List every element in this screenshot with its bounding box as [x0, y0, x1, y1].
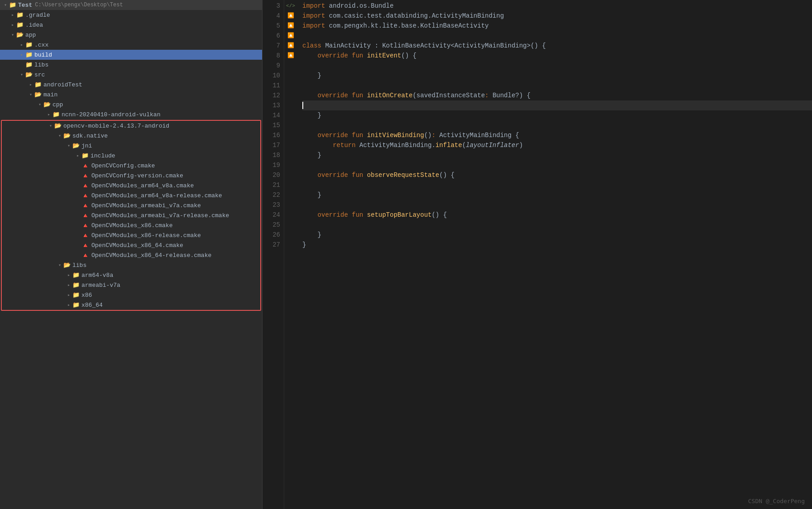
tree-item-cmake1[interactable]: 🔺 OpenCVConfig.cmake [2, 161, 260, 171]
code-line-4: import com.casic.test.databinding.Activi… [302, 11, 812, 21]
root-folder-icon: 📁 [9, 1, 16, 9]
armeabi-icon: 📁 [72, 281, 80, 289]
tree-item-app[interactable]: 📂 app [0, 30, 262, 40]
code-line-9 [302, 61, 812, 71]
include-arrow [74, 153, 81, 158]
tree-item-x86-64[interactable]: 📁 x86_64 [2, 300, 260, 310]
tree-item-libs2[interactable]: 📂 libs [2, 260, 260, 270]
libs2-icon: 📂 [63, 262, 71, 269]
opencv-icon: 📂 [54, 122, 62, 129]
tree-item-include[interactable]: 📁 include [2, 151, 260, 161]
tree-item-androidtest[interactable]: 📁 androidTest [0, 80, 262, 90]
cmake3-icon: 🔺 [81, 182, 89, 190]
tree-item-cmake7[interactable]: 🔺 OpenCVModules_x86.cmake [2, 220, 260, 230]
app-label: app [25, 32, 36, 38]
code-line-19 [302, 160, 812, 170]
tree-item-sdk-native[interactable]: 📂 sdk.native [2, 131, 260, 141]
code-area[interactable]: 3 4 5 6 7 8 9 10 11 12 13 14 15 16 17 18… [263, 0, 812, 509]
armeabi-arrow [65, 282, 72, 288]
androidtest-label: androidTest [43, 81, 82, 88]
cmake1-icon: 🔺 [81, 162, 89, 170]
tree-item-armeabi[interactable]: 📁 armeabi-v7a [2, 280, 260, 290]
tree-item-opencv[interactable]: 📂 opencv-mobile-2.4.13.7-android [2, 121, 260, 131]
code-line-18: } [302, 150, 812, 160]
build-arrow [18, 52, 25, 57]
x86-icon: 📁 [72, 291, 80, 299]
libs-top-icon: 📁 [25, 61, 33, 68]
code-line-23 [302, 200, 812, 210]
tree-item-cmake10[interactable]: 🔺 OpenCVModules_x86_64-release.cmake [2, 250, 260, 260]
main-label: main [43, 91, 57, 98]
code-content[interactable]: import android.os.Bundle import com.casi… [297, 0, 812, 509]
tree-item-cmake3[interactable]: 🔺 OpenCVModules_arm64_v8a.cmake [2, 181, 260, 190]
line-numbers: 3 4 5 6 7 8 9 10 11 12 13 14 15 16 17 18… [263, 0, 284, 509]
main-icon: 📂 [34, 91, 42, 98]
file-tree-panel[interactable]: 📁 Test C:\Users\pengx\Desktop\Test 📁 .gr… [0, 0, 263, 509]
tree-item-src[interactable]: 📂 src [0, 70, 262, 80]
idea-label: .idea [25, 22, 43, 29]
idea-icon: 📁 [16, 21, 24, 29]
code-line-3: import android.os.Bundle [302, 1, 812, 11]
cmake6-label: OpenCVModules_armeabi_v7a-release.cmake [91, 212, 229, 219]
sdk-arrow [56, 133, 63, 138]
tree-item-cmake4[interactable]: 🔺 OpenCVModules_arm64_v8a-release.cmake [2, 190, 260, 200]
jni-arrow [65, 143, 72, 148]
arm64-label: arm64-v8a [81, 272, 113, 279]
x86-label: x86 [81, 292, 92, 299]
code-line-10: } [302, 71, 812, 81]
tree-item-jni[interactable]: 📂 jni [2, 141, 260, 151]
code-line-22: } [302, 190, 812, 200]
tree-item-main[interactable]: 📂 main [0, 90, 262, 100]
opencv-arrow [47, 123, 54, 128]
opencv-outlined-section: 📂 opencv-mobile-2.4.13.7-android 📂 sdk.n… [1, 120, 261, 311]
code-line-20: override fun observeRequestState() { [302, 170, 812, 180]
tree-item-idea[interactable]: 📁 .idea [0, 20, 262, 30]
tree-item-arm64[interactable]: 📁 arm64-v8a [2, 270, 260, 280]
code-line-26: } [302, 230, 812, 240]
cxx-arrow [18, 42, 25, 48]
code-line-12: override fun initOnCreate(savedInstanceS… [302, 90, 812, 100]
cmake6-icon: 🔺 [81, 212, 89, 219]
x86-64-arrow [65, 302, 72, 308]
idea-arrow [9, 22, 16, 28]
ncnn-arrow [45, 112, 53, 117]
gradle-label: .gradle [25, 12, 50, 19]
arm64-icon: 📁 [72, 271, 80, 279]
tree-item-libs-top[interactable]: 📁 libs [0, 60, 262, 70]
gradle-icon: 📁 [16, 11, 24, 19]
ncnn-icon: 📁 [53, 111, 60, 118]
cpp-label: cpp [53, 101, 63, 108]
code-line-24: override fun setupTopBarLayout() { [302, 210, 812, 220]
root-path: C:\Users\pengx\Desktop\Test [35, 2, 123, 8]
libs2-arrow [56, 262, 63, 268]
code-line-7: class MainActivity : KotlinBaseActivity<… [302, 41, 812, 51]
code-line-11 [302, 81, 812, 90]
code-line-14: } [302, 110, 812, 120]
tree-item-cmake5[interactable]: 🔺 OpenCVModules_armeabi_v7a.cmake [2, 200, 260, 210]
tree-item-cmake9[interactable]: 🔺 OpenCVModules_x86_64.cmake [2, 240, 260, 250]
build-icon: 📁 [25, 51, 33, 58]
cmake4-label: OpenCVModules_arm64_v8a-release.cmake [91, 192, 222, 199]
cpp-icon: 📂 [43, 101, 51, 108]
tree-item-ncnn[interactable]: 📁 ncnn-20240410-android-vulkan [0, 109, 262, 119]
code-line-17: return ActivityMainBinding.inflate(layou… [302, 140, 812, 150]
src-arrow [18, 72, 25, 77]
tree-item-gradle[interactable]: 📁 .gradle [0, 10, 262, 20]
sdk-icon: 📂 [63, 132, 71, 139]
tree-item-cmake8[interactable]: 🔺 OpenCVModules_x86-release.cmake [2, 230, 260, 240]
tree-item-cmake6[interactable]: 🔺 OpenCVModules_armeabi_v7a-release.cmak… [2, 210, 260, 220]
tree-item-cpp[interactable]: 📂 cpp [0, 100, 262, 109]
code-line-25 [302, 220, 812, 230]
cmake7-icon: 🔺 [81, 222, 89, 229]
tree-item-cxx[interactable]: 📁 .cxx [0, 40, 262, 50]
cmake9-label: OpenCVModules_x86_64.cmake [91, 242, 183, 249]
libs2-label: libs [72, 262, 86, 269]
cxx-icon: 📁 [25, 41, 33, 48]
tree-item-build[interactable]: 📁 build [0, 50, 262, 60]
tree-item-x86[interactable]: 📁 x86 [2, 290, 260, 300]
armeabi-label: armeabi-v7a [81, 282, 120, 289]
tree-item-cmake2[interactable]: 🔺 OpenCVConfig-version.cmake [2, 171, 260, 181]
cmake1-label: OpenCVConfig.cmake [91, 162, 155, 169]
gutter: </> 🔼 🔼 🔼 🔼 🔼 [284, 0, 297, 509]
tree-root[interactable]: 📁 Test C:\Users\pengx\Desktop\Test [0, 0, 262, 10]
